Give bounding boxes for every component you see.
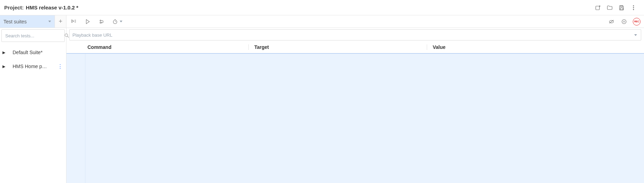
item-menu-icon[interactable]: ⋮ bbox=[57, 63, 63, 70]
test-name: Default Suite* bbox=[6, 50, 57, 55]
speed-control-button[interactable] bbox=[112, 18, 122, 25]
svg-rect-3 bbox=[621, 6, 622, 7]
record-label: REC bbox=[634, 20, 639, 23]
grid-area[interactable] bbox=[85, 54, 644, 183]
new-project-icon[interactable] bbox=[594, 4, 601, 11]
sidebar-top: Test suites + bbox=[0, 15, 66, 28]
project-label: Project: bbox=[4, 5, 24, 10]
open-project-icon[interactable] bbox=[606, 4, 613, 11]
svg-line-18 bbox=[115, 21, 116, 22]
suites-dropdown[interactable]: Test suites bbox=[0, 15, 55, 28]
svg-point-6 bbox=[633, 7, 634, 8]
playback-toolbar: REC bbox=[66, 15, 644, 28]
save-project-icon[interactable] bbox=[618, 4, 625, 11]
url-dropdown-icon[interactable] bbox=[633, 34, 638, 36]
test-list-item[interactable]: ▶ HMS Home p… ⋮ bbox=[0, 59, 66, 73]
svg-point-7 bbox=[633, 9, 634, 10]
search-tests[interactable] bbox=[1, 29, 65, 42]
suites-dropdown-label: Test suites bbox=[3, 19, 27, 24]
sidebar: Test suites + ▶ Default Suite* ⋮ ▶ bbox=[0, 15, 66, 183]
column-header-target: Target bbox=[248, 44, 427, 50]
expand-icon[interactable]: ▶ bbox=[1, 64, 6, 69]
column-header-command: Command bbox=[66, 44, 248, 50]
add-test-button[interactable]: + bbox=[55, 15, 66, 28]
playback-url-input[interactable] bbox=[72, 32, 633, 38]
toolbar-right: REC bbox=[608, 18, 641, 25]
disable-breakpoints-button[interactable] bbox=[608, 18, 615, 25]
command-table-body[interactable] bbox=[66, 54, 644, 183]
main-panel: REC Command Target Value bbox=[66, 15, 644, 183]
test-list-item[interactable]: ▶ Default Suite* ⋮ bbox=[0, 45, 66, 59]
svg-marker-14 bbox=[86, 20, 90, 24]
chevron-down-icon bbox=[48, 21, 51, 22]
svg-point-15 bbox=[100, 20, 101, 21]
app-root: Project: HMS release v-1.0.2 * Test suit… bbox=[0, 0, 644, 183]
project-name: HMS release v-1.0.2 * bbox=[26, 5, 78, 10]
svg-rect-4 bbox=[620, 8, 623, 9]
test-list: ▶ Default Suite* ⋮ ▶ HMS Home p… ⋮ bbox=[0, 43, 66, 183]
step-over-button[interactable] bbox=[98, 18, 106, 25]
command-table-header: Command Target Value bbox=[66, 41, 644, 54]
test-name: HMS Home p… bbox=[6, 64, 57, 69]
svg-marker-10 bbox=[72, 20, 74, 22]
expand-icon[interactable]: ▶ bbox=[1, 50, 6, 55]
svg-point-22 bbox=[622, 20, 626, 24]
header-bar: Project: HMS release v-1.0.2 * bbox=[0, 0, 644, 15]
svg-point-5 bbox=[633, 5, 634, 6]
svg-point-16 bbox=[100, 22, 101, 23]
svg-rect-0 bbox=[596, 6, 600, 10]
more-menu-icon[interactable] bbox=[630, 4, 637, 11]
pause-on-exception-button[interactable] bbox=[620, 18, 628, 25]
header-actions bbox=[594, 4, 640, 11]
run-current-test-button[interactable] bbox=[84, 18, 92, 25]
row-gutter bbox=[66, 54, 85, 183]
chevron-down-icon bbox=[120, 21, 122, 22]
search-input[interactable] bbox=[4, 33, 64, 38]
playback-url-row[interactable] bbox=[69, 29, 641, 41]
column-header-value: Value bbox=[427, 44, 644, 50]
record-button[interactable]: REC bbox=[633, 18, 641, 25]
run-all-tests-button[interactable] bbox=[70, 18, 78, 25]
